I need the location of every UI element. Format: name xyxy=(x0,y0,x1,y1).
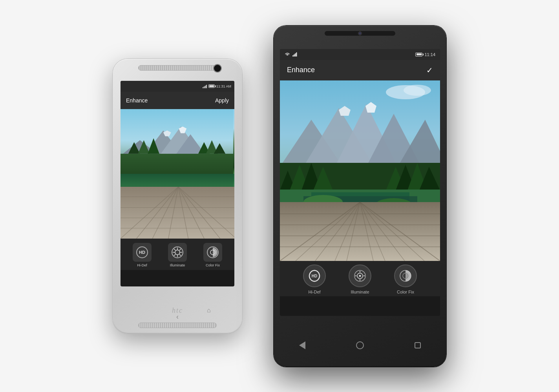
nexus-nav-bar xyxy=(274,335,446,355)
nexus-hidef-icon: HD xyxy=(303,264,326,287)
nexus-screen: 11:14 Enhance ✓ xyxy=(280,49,440,316)
svg-line-38 xyxy=(174,254,175,256)
nexus-hidef-icon-svg: HD xyxy=(307,269,322,283)
htc-app-toolbar: Enhance Apply xyxy=(121,92,234,109)
nexus-back-button[interactable] xyxy=(299,341,305,349)
svg-marker-3 xyxy=(175,134,206,155)
nexus-status-bar: 11:14 xyxy=(280,49,440,60)
nexus-photo-svg xyxy=(280,80,440,261)
htc-top-speaker xyxy=(138,65,217,71)
htc-lake xyxy=(121,174,234,197)
htc-battery-icon xyxy=(208,84,215,88)
nexus-top-notch xyxy=(325,31,395,36)
nexus-wifi-icon xyxy=(285,52,290,57)
nexus-app-toolbar: Enhance ✓ xyxy=(280,60,440,80)
svg-text:HD: HD xyxy=(139,250,145,255)
htc-hidef-icon: HD xyxy=(133,243,152,262)
htc-colorfix-label: Color Fix xyxy=(206,263,220,267)
htc-tool-hidef[interactable]: HD Hi-Def xyxy=(133,243,152,267)
htc-photo xyxy=(121,109,234,239)
svg-marker-4 xyxy=(121,140,159,156)
signal-bar-4 xyxy=(206,85,207,88)
illuminate-icon-svg xyxy=(171,246,184,259)
svg-rect-44 xyxy=(296,53,297,57)
nexus-illuminate-icon xyxy=(349,264,371,287)
signal-bar-2 xyxy=(204,86,205,88)
htc-toolbar-title: Enhance xyxy=(126,97,148,104)
htc-clock: 11:31 AM xyxy=(216,84,231,88)
nexus-toolbar-title: Enhance xyxy=(287,66,315,74)
nexus-tool-hidef[interactable]: HD Hi-Def xyxy=(303,264,326,294)
htc-illuminate-icon xyxy=(168,243,187,262)
nexus-colorfix-icon-svg xyxy=(398,269,413,283)
htc-illuminate-label: Illuminate xyxy=(170,263,185,267)
nexus-illuminate-icon-svg xyxy=(353,269,367,283)
nexus-illuminate-label: Illuminate xyxy=(351,290,369,294)
nexus-recents-button[interactable] xyxy=(415,342,421,348)
htc-phone: 11:31 AM Enhance Apply xyxy=(113,59,242,334)
nexus-colorfix-label: Color Fix xyxy=(397,290,414,294)
svg-rect-69 xyxy=(280,202,440,261)
svg-text:HD: HD xyxy=(312,274,317,278)
htc-bottom-toolbar: HD Hi-Def xyxy=(121,239,234,270)
nexus-bottom-toolbar: HD Hi-Def xyxy=(280,261,440,296)
nexus-photo xyxy=(280,80,440,261)
htc-hidef-label: Hi-Def xyxy=(137,263,147,267)
svg-marker-11 xyxy=(198,142,210,154)
nexus-signal-icon xyxy=(292,52,298,57)
svg-marker-5 xyxy=(163,130,171,136)
svg-point-47 xyxy=(404,85,431,96)
svg-marker-1 xyxy=(144,130,183,155)
svg-marker-12 xyxy=(206,140,218,154)
svg-line-35 xyxy=(174,249,175,250)
svg-point-30 xyxy=(175,250,180,255)
svg-marker-6 xyxy=(179,126,186,133)
signal-bar-1 xyxy=(203,87,203,88)
svg-marker-2 xyxy=(159,126,202,155)
htc-signal-indicator xyxy=(203,84,207,88)
htc-home-button[interactable]: ⌂ xyxy=(207,307,216,315)
htc-tool-illuminate[interactable]: Illuminate xyxy=(168,243,187,267)
nexus-home-button[interactable] xyxy=(356,341,364,349)
svg-line-37 xyxy=(179,249,181,250)
htc-front-camera xyxy=(213,64,222,73)
htc-status-bar: 11:31 AM xyxy=(121,81,234,92)
nexus-front-camera xyxy=(358,31,362,35)
svg-rect-43 xyxy=(295,53,296,57)
signal-bar-3 xyxy=(205,86,206,88)
htc-colorfix-icon xyxy=(203,243,222,262)
svg-rect-42 xyxy=(294,55,295,57)
nexus-tool-colorfix[interactable]: Color Fix xyxy=(394,264,417,294)
hidef-icon-svg: HD xyxy=(136,246,148,259)
htc-screen: 11:31 AM Enhance Apply xyxy=(121,81,234,286)
nexus-status-left xyxy=(285,52,298,57)
htc-bottom-speaker xyxy=(138,323,217,328)
nexus-hidef-label: Hi-Def xyxy=(308,290,320,294)
nexus-tool-illuminate[interactable]: Illuminate xyxy=(349,264,371,294)
svg-marker-13 xyxy=(214,143,226,154)
nexus-battery-fill xyxy=(417,53,422,55)
svg-marker-10 xyxy=(148,138,159,154)
svg-marker-8 xyxy=(128,142,140,154)
nexus-battery-icon xyxy=(415,53,422,57)
htc-tool-colorfix[interactable]: Color Fix xyxy=(203,243,222,267)
svg-marker-9 xyxy=(138,140,150,154)
htc-apply-button[interactable]: Apply xyxy=(215,97,229,104)
nexus-check-button[interactable]: ✓ xyxy=(426,66,433,75)
svg-rect-41 xyxy=(292,55,294,57)
htc-logo: htc xyxy=(172,306,183,315)
htc-battery-fill xyxy=(209,85,214,87)
nexus-colorfix-icon xyxy=(394,264,417,287)
svg-line-36 xyxy=(179,254,181,256)
scene: 思练设计论坛 WWW.MISSYUAN.COM 1 xyxy=(113,26,446,367)
nexus-clock: 11:14 xyxy=(424,52,435,57)
nexus-phone: 11:14 Enhance ✓ xyxy=(274,26,446,367)
nexus-status-right: 11:14 xyxy=(415,52,435,57)
svg-point-87 xyxy=(359,275,361,277)
colorfix-icon-svg xyxy=(206,246,219,259)
